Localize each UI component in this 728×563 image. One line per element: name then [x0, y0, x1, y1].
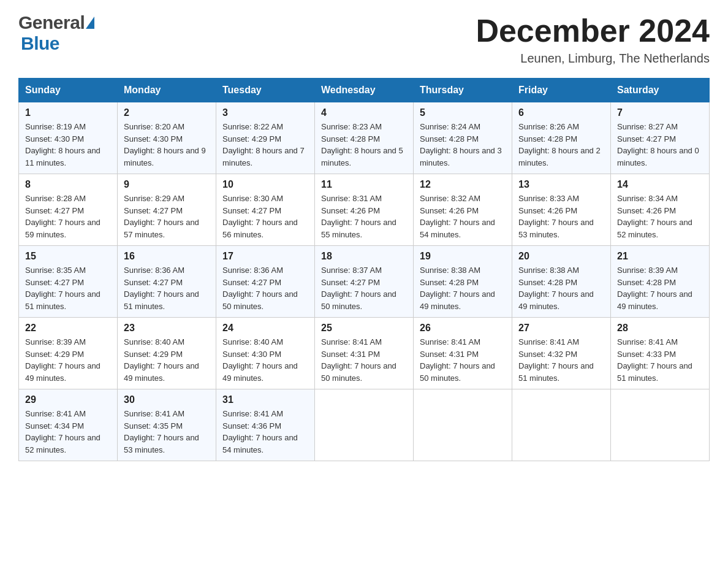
- calendar-day-cell: 24 Sunrise: 8:40 AM Sunset: 4:30 PM Dayl…: [216, 318, 315, 389]
- day-number: 24: [222, 323, 308, 334]
- day-info: Sunrise: 8:41 AM Sunset: 4:33 PM Dayligh…: [617, 336, 703, 384]
- day-number: 6: [518, 107, 604, 118]
- day-number: 7: [617, 107, 703, 118]
- calendar-day-header: Sunday: [19, 79, 118, 102]
- calendar-day-cell: 20 Sunrise: 8:38 AM Sunset: 4:28 PM Dayl…: [512, 246, 611, 318]
- day-info: Sunrise: 8:19 AM Sunset: 4:30 PM Dayligh…: [25, 121, 111, 169]
- calendar-day-cell: 16 Sunrise: 8:36 AM Sunset: 4:27 PM Dayl…: [118, 246, 216, 318]
- calendar-day-cell: 2 Sunrise: 8:20 AM Sunset: 4:30 PM Dayli…: [118, 102, 216, 174]
- calendar-day-cell: 14 Sunrise: 8:34 AM Sunset: 4:26 PM Dayl…: [611, 174, 710, 246]
- calendar-day-cell: 11 Sunrise: 8:31 AM Sunset: 4:26 PM Dayl…: [315, 174, 414, 246]
- day-number: 2: [124, 107, 210, 118]
- day-info: Sunrise: 8:39 AM Sunset: 4:29 PM Dayligh…: [25, 336, 111, 384]
- logo-general-text: General: [18, 12, 85, 33]
- calendar-day-header: Monday: [118, 79, 216, 102]
- day-number: 17: [222, 251, 308, 262]
- day-info: Sunrise: 8:27 AM Sunset: 4:27 PM Dayligh…: [617, 121, 703, 169]
- calendar-day-cell: 7 Sunrise: 8:27 AM Sunset: 4:27 PM Dayli…: [611, 102, 710, 174]
- day-number: 23: [124, 323, 210, 334]
- calendar-day-cell: 17 Sunrise: 8:36 AM Sunset: 4:27 PM Dayl…: [216, 246, 315, 318]
- calendar-day-cell: [512, 389, 611, 461]
- calendar-week-row: 1 Sunrise: 8:19 AM Sunset: 4:30 PM Dayli…: [19, 102, 710, 174]
- page-header: General Blue December 2024 Leunen, Limbu…: [18, 12, 710, 66]
- day-number: 16: [124, 251, 210, 262]
- logo-blue-text: Blue: [21, 33, 59, 53]
- calendar-day-cell: [611, 389, 710, 461]
- calendar-day-cell: 18 Sunrise: 8:37 AM Sunset: 4:27 PM Dayl…: [315, 246, 414, 318]
- day-info: Sunrise: 8:35 AM Sunset: 4:27 PM Dayligh…: [25, 264, 111, 312]
- day-info: Sunrise: 8:32 AM Sunset: 4:26 PM Dayligh…: [420, 193, 506, 240]
- day-number: 15: [25, 251, 111, 262]
- day-number: 4: [321, 107, 407, 118]
- calendar-day-cell: 28 Sunrise: 8:41 AM Sunset: 4:33 PM Dayl…: [611, 318, 710, 389]
- day-info: Sunrise: 8:37 AM Sunset: 4:27 PM Dayligh…: [321, 264, 407, 312]
- calendar-day-cell: [315, 389, 414, 461]
- calendar-day-cell: 1 Sunrise: 8:19 AM Sunset: 4:30 PM Dayli…: [19, 102, 118, 174]
- calendar-week-row: 29 Sunrise: 8:41 AM Sunset: 4:34 PM Dayl…: [19, 389, 710, 461]
- calendar-day-cell: 30 Sunrise: 8:41 AM Sunset: 4:35 PM Dayl…: [118, 389, 216, 461]
- day-number: 11: [321, 179, 407, 190]
- calendar-day-cell: 21 Sunrise: 8:39 AM Sunset: 4:28 PM Dayl…: [611, 246, 710, 318]
- day-number: 31: [222, 394, 308, 405]
- day-number: 19: [420, 251, 506, 262]
- day-info: Sunrise: 8:41 AM Sunset: 4:34 PM Dayligh…: [25, 408, 111, 456]
- calendar-day-cell: 26 Sunrise: 8:41 AM Sunset: 4:31 PM Dayl…: [414, 318, 512, 389]
- calendar-day-cell: 3 Sunrise: 8:22 AM Sunset: 4:29 PM Dayli…: [216, 102, 315, 174]
- calendar-header-row: SundayMondayTuesdayWednesdayThursdayFrid…: [19, 79, 710, 102]
- day-info: Sunrise: 8:41 AM Sunset: 4:31 PM Dayligh…: [321, 336, 407, 384]
- day-info: Sunrise: 8:28 AM Sunset: 4:27 PM Dayligh…: [25, 193, 111, 240]
- month-title: December 2024: [476, 12, 710, 49]
- calendar-day-cell: 25 Sunrise: 8:41 AM Sunset: 4:31 PM Dayl…: [315, 318, 414, 389]
- day-number: 12: [420, 179, 506, 190]
- calendar-day-header: Tuesday: [216, 79, 315, 102]
- calendar-table: SundayMondayTuesdayWednesdayThursdayFrid…: [18, 78, 710, 461]
- calendar-day-cell: 23 Sunrise: 8:40 AM Sunset: 4:29 PM Dayl…: [118, 318, 216, 389]
- day-info: Sunrise: 8:36 AM Sunset: 4:27 PM Dayligh…: [222, 264, 308, 312]
- calendar-day-cell: 5 Sunrise: 8:24 AM Sunset: 4:28 PM Dayli…: [414, 102, 512, 174]
- day-number: 8: [25, 179, 111, 190]
- day-info: Sunrise: 8:41 AM Sunset: 4:32 PM Dayligh…: [518, 336, 604, 384]
- location-text: Leunen, Limburg, The Netherlands: [476, 52, 710, 66]
- calendar-day-cell: 10 Sunrise: 8:30 AM Sunset: 4:27 PM Dayl…: [216, 174, 315, 246]
- day-info: Sunrise: 8:22 AM Sunset: 4:29 PM Dayligh…: [222, 121, 308, 169]
- day-number: 27: [518, 323, 604, 334]
- logo-arrow-icon: [86, 17, 94, 29]
- day-info: Sunrise: 8:40 AM Sunset: 4:30 PM Dayligh…: [222, 336, 308, 384]
- calendar-day-cell: 15 Sunrise: 8:35 AM Sunset: 4:27 PM Dayl…: [19, 246, 118, 318]
- day-number: 20: [518, 251, 604, 262]
- calendar-day-cell: 8 Sunrise: 8:28 AM Sunset: 4:27 PM Dayli…: [19, 174, 118, 246]
- calendar-day-header: Wednesday: [315, 79, 414, 102]
- day-info: Sunrise: 8:40 AM Sunset: 4:29 PM Dayligh…: [124, 336, 210, 384]
- calendar-day-header: Friday: [512, 79, 611, 102]
- calendar-day-cell: 29 Sunrise: 8:41 AM Sunset: 4:34 PM Dayl…: [19, 389, 118, 461]
- calendar-day-cell: 13 Sunrise: 8:33 AM Sunset: 4:26 PM Dayl…: [512, 174, 611, 246]
- day-number: 26: [420, 323, 506, 334]
- day-info: Sunrise: 8:26 AM Sunset: 4:28 PM Dayligh…: [518, 121, 604, 169]
- day-number: 13: [518, 179, 604, 190]
- calendar-day-cell: 6 Sunrise: 8:26 AM Sunset: 4:28 PM Dayli…: [512, 102, 611, 174]
- calendar-day-cell: 12 Sunrise: 8:32 AM Sunset: 4:26 PM Dayl…: [414, 174, 512, 246]
- day-info: Sunrise: 8:33 AM Sunset: 4:26 PM Dayligh…: [518, 193, 604, 240]
- calendar-day-header: Saturday: [611, 79, 710, 102]
- day-info: Sunrise: 8:38 AM Sunset: 4:28 PM Dayligh…: [518, 264, 604, 312]
- day-number: 3: [222, 107, 308, 118]
- day-info: Sunrise: 8:41 AM Sunset: 4:35 PM Dayligh…: [124, 408, 210, 456]
- day-info: Sunrise: 8:41 AM Sunset: 4:31 PM Dayligh…: [420, 336, 506, 384]
- logo: General Blue: [18, 12, 96, 54]
- day-number: 9: [124, 179, 210, 190]
- calendar-day-header: Thursday: [414, 79, 512, 102]
- calendar-day-cell: 22 Sunrise: 8:39 AM Sunset: 4:29 PM Dayl…: [19, 318, 118, 389]
- day-info: Sunrise: 8:38 AM Sunset: 4:28 PM Dayligh…: [420, 264, 506, 312]
- calendar-week-row: 15 Sunrise: 8:35 AM Sunset: 4:27 PM Dayl…: [19, 246, 710, 318]
- calendar-day-cell: [414, 389, 512, 461]
- calendar-day-cell: 19 Sunrise: 8:38 AM Sunset: 4:28 PM Dayl…: [414, 246, 512, 318]
- calendar-week-row: 8 Sunrise: 8:28 AM Sunset: 4:27 PM Dayli…: [19, 174, 710, 246]
- day-info: Sunrise: 8:39 AM Sunset: 4:28 PM Dayligh…: [617, 264, 703, 312]
- day-number: 25: [321, 323, 407, 334]
- day-number: 18: [321, 251, 407, 262]
- day-info: Sunrise: 8:41 AM Sunset: 4:36 PM Dayligh…: [222, 408, 308, 456]
- day-number: 29: [25, 394, 111, 405]
- day-info: Sunrise: 8:29 AM Sunset: 4:27 PM Dayligh…: [124, 193, 210, 240]
- day-number: 30: [124, 394, 210, 405]
- day-number: 14: [617, 179, 703, 190]
